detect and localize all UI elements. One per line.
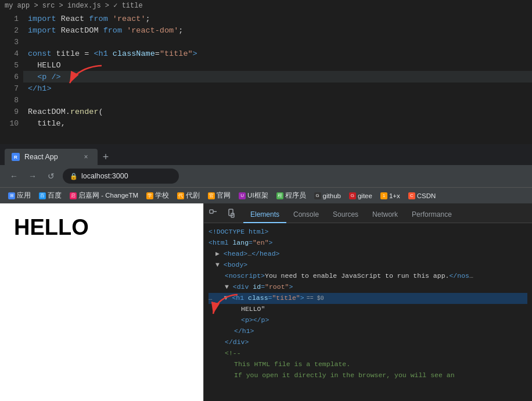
dom-hello-text: HELLO" (209, 304, 527, 315)
uiframe-icon: U (239, 192, 246, 199)
tab-bar: R React App × + (0, 144, 532, 165)
inspect-element-button[interactable] (204, 203, 222, 223)
tab-favicon: R (12, 153, 20, 161)
devtools-toolbar: Elements Console Sources Network Perform… (204, 203, 532, 223)
code-line-2: import ReactDOM from 'react-dom'; (23, 24, 532, 36)
browser-tab-active[interactable]: R React App × (5, 149, 98, 165)
new-tab-button[interactable]: + (98, 149, 114, 165)
tab-performance[interactable]: Performance (405, 207, 459, 223)
lock-icon: 🔒 (70, 173, 78, 180)
breadcrumb: my app > src > index.js > ✓ title (0, 0, 532, 10)
dom-comment-2: If you open it directly in the browser, … (209, 370, 527, 381)
official-icon: 官 (208, 192, 215, 199)
bookmark-github[interactable]: G github (311, 191, 344, 201)
code-line-10: title, (23, 117, 532, 129)
bookmark-apps[interactable]: ⊞ 应用 (5, 190, 34, 201)
dom-html: <html lang="en"> (209, 238, 527, 249)
devtools-dom-content: <!DOCTYPE html> <html lang="en"> ▶ <head… (204, 223, 532, 401)
ellipsis-button[interactable]: … (209, 293, 213, 304)
tab-console[interactable]: Console (286, 207, 326, 223)
baidu-icon: 百 (39, 192, 46, 199)
url-input[interactable]: 🔒 localhost:3000 (63, 169, 179, 184)
forward-button[interactable]: → (26, 169, 39, 183)
dom-head[interactable]: ▶ <head>…</head> (209, 249, 527, 260)
rendered-page: HELLO (0, 203, 203, 401)
bookmark-official[interactable]: 官 官网 (204, 190, 234, 201)
drama-icon: 代 (177, 192, 184, 199)
dom-h1-close: </h1> (209, 326, 527, 337)
refresh-button[interactable]: ↺ (44, 169, 58, 183)
dom-p: <p></p> (209, 315, 527, 326)
dom-div-close: </div> (209, 337, 527, 348)
address-bar: ← → ↺ 🔒 localhost:3000 (0, 165, 532, 187)
code-line-1: import React from 'react'; (23, 13, 532, 24)
devtools-panel: Elements Console Sources Network Perform… (203, 203, 532, 401)
dom-comment-1: This HTML file is a template. (209, 359, 527, 370)
code-line-7: </h1> (23, 83, 532, 94)
browser-window: R React App × + ← → ↺ 🔒 localhost:3000 ⊞… (0, 144, 532, 401)
code-line-3 (23, 36, 532, 48)
tab-network[interactable]: Network (365, 207, 405, 223)
browser-content: HELLO Elements C (0, 203, 532, 401)
bookmark-programmer[interactable]: 程 程序员 (273, 190, 310, 201)
bookmark-changetm[interactable]: 启 启嘉网 - ChangeTM (66, 190, 142, 201)
bookmark-school[interactable]: 学 学校 (143, 190, 172, 201)
apps-icon: ⊞ (8, 192, 15, 199)
csdn-icon: C (408, 192, 415, 199)
url-text: localhost:3000 (81, 172, 128, 180)
dom-body[interactable]: ▼ <body> (209, 260, 527, 271)
devtools-tabs: Elements Console Sources Network Perform… (241, 203, 459, 223)
dom-noscript: <noscript>You need to enable JavaScript … (209, 271, 527, 282)
dom-div-root[interactable]: ▼ <div id="root"> (209, 282, 527, 293)
bookmark-csdn[interactable]: C CSDN (405, 191, 440, 201)
code-editor: my app > src > index.js > ✓ title 1 2 3 … (0, 0, 532, 144)
code-content: import React from 'react'; import ReactD… (23, 10, 532, 144)
code-line-4: const title = <h1 className="title"> (23, 48, 532, 59)
school-icon: 学 (146, 192, 153, 199)
hello-heading: HELLO (14, 215, 189, 240)
1px-icon: 1 (380, 192, 387, 199)
code-line-9: ReactDOM.render( (23, 106, 532, 117)
bookmark-drama[interactable]: 代 代剧 (174, 190, 203, 201)
tab-elements[interactable]: Elements (243, 207, 286, 223)
code-line-6: <p /> (23, 71, 532, 83)
bookmark-1px[interactable]: 1 1+x (377, 191, 404, 201)
code-line-5: HELLO (23, 59, 532, 71)
bookmarks-bar: ⊞ 应用 百 百度 启 启嘉网 - ChangeTM 学 学校 代 代剧 官 官… (0, 187, 532, 203)
code-line-8 (23, 94, 532, 106)
dom-h1[interactable]: … ▼ <h1 class="title">== $0 (209, 293, 527, 304)
programmer-icon: 程 (276, 192, 283, 199)
line-numbers: 1 2 3 4 5 6 7 8 9 10 (0, 10, 23, 144)
tab-sources[interactable]: Sources (326, 207, 365, 223)
svg-rect-1 (210, 210, 213, 213)
bookmark-gitee[interactable]: G gitee (346, 191, 376, 201)
dom-doctype: <!DOCTYPE html> (209, 227, 527, 238)
bookmark-uiframe[interactable]: U UI框架 (235, 190, 272, 201)
github-icon: G (314, 192, 321, 199)
tab-close-button[interactable]: × (81, 152, 91, 162)
tab-title: React App (24, 153, 58, 161)
gitee-icon: G (349, 192, 356, 199)
back-button[interactable]: ← (7, 169, 21, 183)
dom-comment-open: <!-- (209, 348, 527, 359)
device-toolbar-button[interactable] (222, 203, 241, 223)
bookmark-baidu[interactable]: 百 百度 (35, 190, 65, 201)
changetm-icon: 启 (70, 192, 77, 199)
